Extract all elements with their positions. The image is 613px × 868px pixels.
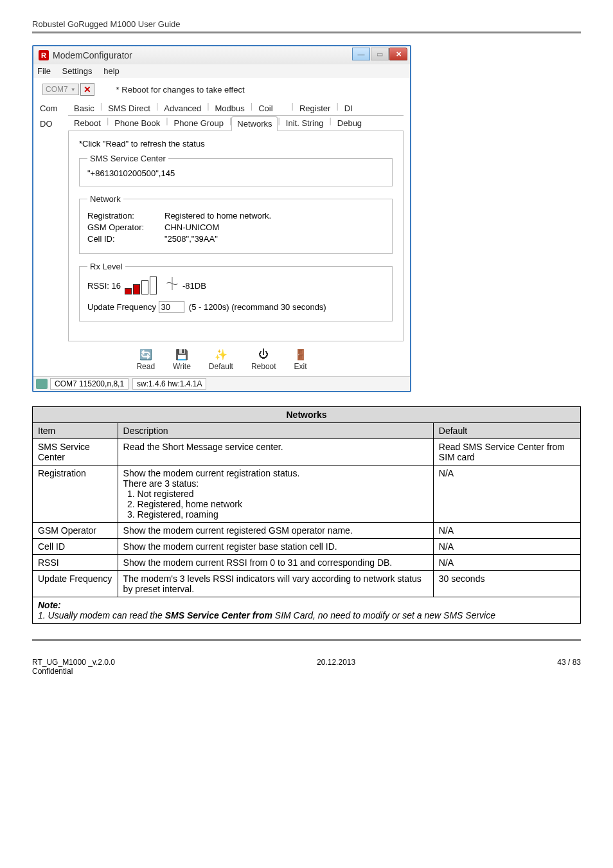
- connection-status-icon: [36, 379, 48, 389]
- tab-modbus[interactable]: Modbus: [209, 101, 251, 115]
- reboot-button[interactable]: ⏻Reboot: [251, 348, 276, 371]
- tab-advanced[interactable]: Advanced: [158, 101, 207, 115]
- app-icon: R: [39, 50, 49, 60]
- row-freq-def: 30 seconds: [433, 571, 580, 597]
- menu-settings[interactable]: Settings: [62, 66, 93, 76]
- menubar: File Settings help: [33, 64, 410, 78]
- row-gsm-def: N/A: [433, 523, 580, 539]
- statusbar: COM7 115200,n,8,1 sw:1.4.6 hw:1.4.1A: [33, 376, 410, 391]
- sms-center-value: "+8613010200500",145: [87, 168, 384, 178]
- header-divider: [32, 32, 581, 33]
- row-registration-item: Registration: [33, 466, 118, 523]
- tab-register[interactable]: Register: [294, 101, 336, 115]
- titlebar: R ModemConfigurator — ▭ ✕: [33, 46, 410, 64]
- toolbar: COM7▼ ✕ * Reboot for changes to take eff…: [33, 78, 410, 98]
- power-icon: ⏻: [257, 348, 270, 361]
- legend-network: Network: [87, 194, 123, 204]
- refresh-icon: 🔄: [139, 348, 152, 361]
- tab-reboot[interactable]: Reboot: [68, 116, 107, 131]
- status-port: COM7 115200,n,8,1: [50, 378, 129, 390]
- row-registration-def: N/A: [433, 466, 580, 523]
- tab-area: Com Basic| SMS Direct| Advanced| Modbus|…: [33, 98, 410, 341]
- window-title: ModemConfigurator: [53, 50, 132, 60]
- antenna-icon: ⏆: [166, 277, 179, 292]
- footer-page: 43 / 83: [557, 658, 581, 676]
- col-default: Default: [433, 423, 580, 439]
- status-version: sw:1.4.6 hw:1.4.1A: [132, 378, 206, 390]
- legend-rx-level: Rx Level: [87, 262, 125, 271]
- label-cell-id: Cell ID:: [87, 234, 164, 244]
- minimize-button[interactable]: —: [352, 48, 370, 60]
- note-label: Note:: [38, 600, 575, 610]
- chevron-down-icon: ▼: [71, 87, 76, 93]
- tab-strip-bottom: Reboot| Phone Book| Phone Group| Network…: [68, 116, 404, 131]
- com-port-select[interactable]: COM7▼: [42, 84, 79, 95]
- menu-help[interactable]: help: [103, 66, 120, 76]
- tab-coil[interactable]: Coil: [253, 101, 278, 115]
- page-header: Robustel GoRugged M1000 User Guide: [32, 19, 581, 29]
- row-freq-item: Update Frequency: [33, 571, 118, 597]
- row-freq-desc: The modem's 3 levels RSSI indicators wil…: [118, 571, 433, 597]
- footer-confidential: Confidential: [32, 667, 115, 676]
- row-sms-center-item: SMS Service Center: [33, 439, 118, 466]
- tab-phone-book[interactable]: Phone Book: [109, 116, 166, 131]
- update-frequency-input[interactable]: [159, 301, 184, 313]
- refresh-note: *Click "Read" to refresh the status: [79, 139, 393, 149]
- save-icon: 💾: [175, 348, 188, 361]
- default-button[interactable]: ✨Default: [209, 348, 233, 371]
- update-frequency-label: Update Frequency: [87, 302, 156, 312]
- tab-phone-group[interactable]: Phone Group: [168, 116, 229, 131]
- value-registration: Registered to home network.: [164, 211, 271, 221]
- update-frequency-hint: (5 - 1200s) (recommand 30 seconds): [189, 302, 326, 312]
- menu-file[interactable]: File: [37, 66, 51, 76]
- disconnect-button[interactable]: ✕: [80, 83, 94, 96]
- row-rssi-desc: Show the modem current RSSI from 0 to 31…: [118, 555, 433, 571]
- page-footer: RT_UG_M1000 _v.2.0.0 Confidential 20.12.…: [32, 658, 581, 676]
- exit-button[interactable]: 🚪Exit: [294, 348, 307, 371]
- tab-basic[interactable]: Basic: [68, 101, 100, 115]
- action-buttons: 🔄Read 💾Write ✨Default ⏻Reboot 🚪Exit: [33, 341, 410, 376]
- tab-di[interactable]: DI: [339, 101, 359, 115]
- row-cell-desc: Show the modem current register base sta…: [118, 539, 433, 555]
- row-cell-item: Cell ID: [33, 539, 118, 555]
- row-rssi-item: RSSI: [33, 555, 118, 571]
- row-gsm-desc: Show the modem current registered GSM op…: [118, 523, 433, 539]
- close-button[interactable]: ✕: [389, 48, 407, 60]
- exit-icon: 🚪: [294, 348, 307, 361]
- footer-date: 20.12.2013: [317, 658, 355, 676]
- table-title: Networks: [33, 407, 581, 423]
- tab-debug[interactable]: Debug: [332, 116, 368, 131]
- tab-strip-top: Basic| SMS Direct| Advanced| Modbus| Coi…: [68, 101, 404, 116]
- tab-sms-direct[interactable]: SMS Direct: [102, 101, 156, 115]
- row-gsm-item: GSM Operator: [33, 523, 118, 539]
- window-controls: — ▭ ✕: [351, 48, 407, 60]
- app-window: R ModemConfigurator — ▭ ✕ File Settings …: [32, 45, 411, 392]
- label-gsm-operator: GSM Operator:: [87, 222, 164, 232]
- row-cell-def: N/A: [433, 539, 580, 555]
- networks-table: Networks Item Description Default SMS Se…: [32, 406, 581, 624]
- col-description: Description: [118, 423, 433, 439]
- value-cell-id: "2508","39AA": [164, 234, 218, 244]
- maximize-button[interactable]: ▭: [371, 48, 389, 60]
- left-label-do: DO: [40, 116, 68, 131]
- row-sms-center-def: Read SMS Service Center from SIM card: [433, 439, 580, 466]
- footer-doc-id: RT_UG_M1000 _v.2.0.0: [32, 658, 115, 667]
- write-button[interactable]: 💾Write: [173, 348, 191, 371]
- note-body: 1. Usually modem can read the SMS Servic…: [38, 610, 495, 620]
- left-label-com: Com: [40, 101, 68, 116]
- tab-init-string[interactable]: Init. String: [280, 116, 330, 131]
- row-rssi-def: N/A: [433, 555, 580, 571]
- tab-body-networks: *Click "Read" to refresh the status SMS …: [68, 131, 404, 341]
- group-sms-service-center: SMS Service Center "+8613010200500",145: [79, 154, 393, 186]
- note-cell: Note: 1. Usually modem can read the SMS …: [33, 597, 581, 624]
- rssi-db: -81DB: [182, 281, 206, 291]
- row-sms-center-desc: Read the Short Message service center.: [118, 439, 433, 466]
- col-item: Item: [33, 423, 118, 439]
- rssi-label: RSSI: 16: [87, 281, 121, 291]
- wand-icon: ✨: [215, 348, 227, 361]
- read-button[interactable]: 🔄Read: [136, 348, 155, 371]
- signal-bars-icon: [125, 276, 158, 294]
- group-rx-level: Rx Level RSSI: 16 ⏆ -81DB Update Frequen…: [79, 262, 393, 321]
- label-registration: Registration:: [87, 211, 164, 221]
- tab-networks[interactable]: Networks: [231, 116, 278, 131]
